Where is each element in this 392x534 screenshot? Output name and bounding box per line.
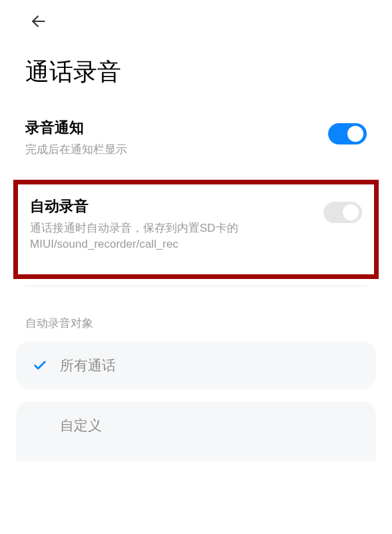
toggle-knob: [347, 126, 363, 142]
auto-record-setting-row[interactable]: 自动录音 通话接通时自动录音，保存到内置SD卡的MIUI/sound_recor…: [18, 184, 374, 274]
auto-record-title: 自动录音: [30, 196, 310, 216]
auto-record-highlight: 自动录音 通话接通时自动录音，保存到内置SD卡的MIUI/sound_recor…: [13, 180, 379, 279]
page-title: 通话录音: [0, 37, 392, 110]
option-label: 所有通话: [60, 356, 116, 375]
notification-toggle[interactable]: [328, 123, 367, 144]
auto-record-toggle[interactable]: [323, 202, 362, 223]
arrow-left-icon: [30, 13, 47, 30]
option-all-calls[interactable]: 所有通话: [16, 342, 376, 390]
notification-setting-row[interactable]: 录音通知 完成后在通知栏显示: [0, 110, 392, 170]
toggle-knob: [343, 204, 359, 220]
notification-title: 录音通知: [25, 118, 315, 138]
check-icon: [32, 358, 48, 374]
auto-record-desc: 通话接通时自动录音，保存到内置SD卡的MIUI/sound_recorder/c…: [30, 220, 310, 253]
option-custom[interactable]: 自定义: [16, 401, 376, 461]
notification-desc: 完成后在通知栏显示: [25, 142, 315, 158]
option-label: 自定义: [60, 416, 102, 435]
auto-record-target-header: 自动录音对象: [0, 286, 392, 342]
back-button[interactable]: [29, 12, 48, 31]
